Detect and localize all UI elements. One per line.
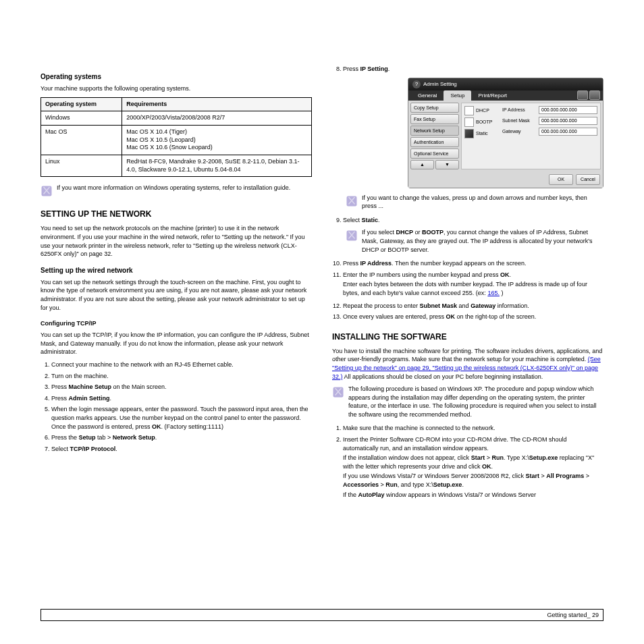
label-ip: IP Address — [502, 107, 536, 112]
step-11: Enter the IP numbers using the number ke… — [343, 271, 603, 298]
table-row: Linux RedHat 8-FC9, Mandrake 9.2-2008, S… — [41, 155, 312, 177]
table-row: Mac OS Mac OS X 10.4 (Tiger) Mac OS X 10… — [41, 125, 312, 155]
install-step-1: Make sure that the machine is connected … — [343, 424, 603, 433]
mode-static[interactable]: Static — [464, 129, 498, 138]
step-8: Press IP Setting. — [343, 65, 603, 74]
input-gw[interactable]: 000.000.000.000 — [539, 128, 597, 136]
step-13: Once every values are entered, press OK … — [343, 313, 603, 321]
th-os: Operating system — [41, 97, 122, 111]
install-heading: INSTALLING THE SOFTWARE — [332, 332, 603, 342]
tab-setup[interactable]: Setup — [444, 90, 471, 101]
note-icon — [346, 230, 358, 242]
sidebar-authentication[interactable]: Authentication — [410, 137, 459, 147]
arrow-up-icon[interactable]: ▲ — [410, 160, 434, 169]
sidebar-copy-setup[interactable]: Copy Setup — [410, 103, 459, 113]
steps-right-top: Press IP Setting. — [332, 65, 603, 74]
page-footer: Getting started_ 29 — [41, 609, 603, 621]
note-icon — [41, 185, 53, 197]
cancel-button[interactable]: Cancel — [576, 174, 600, 185]
left-column: Operating systems Your machine supports … — [41, 20, 312, 503]
sidebar-fax-setup[interactable]: Fax Setup — [410, 114, 459, 124]
wired-heading: Setting up the wired network — [41, 267, 312, 274]
step-1: Connect your machine to the network with… — [51, 360, 312, 369]
footer-text: Getting started_ 29 — [547, 612, 599, 618]
step-3: Press Machine Setup on the Main screen. — [51, 383, 312, 392]
dialog-title: Admin Setting — [423, 81, 457, 87]
sidebar-network-setup[interactable]: Network Setup — [410, 126, 459, 136]
arrow-down-icon[interactable]: ▼ — [435, 160, 459, 169]
os-intro: Your machine supports the following oper… — [41, 84, 312, 93]
note-2: If you want to change the values, press … — [346, 194, 603, 211]
ok-button[interactable]: OK — [549, 174, 573, 185]
step-9: Select Static. — [343, 216, 603, 225]
note-icon — [332, 386, 344, 398]
th-req: Requirements — [122, 97, 312, 111]
note-5: The following procedure is based on Wind… — [332, 385, 603, 419]
wired-intro: You can set up the network settings thro… — [41, 278, 312, 312]
mode-dhcp[interactable]: DHCP — [464, 106, 498, 115]
install-steps: Make sure that the machine is connected … — [332, 424, 603, 499]
input-mask[interactable]: 000.000.000.000 — [539, 117, 597, 125]
setup-network-heading: SETTING UP THE NETWORK — [41, 209, 312, 219]
step-12: Repeat the process to enter Subnet Mask … — [343, 302, 603, 311]
label-mask: Subnet Mask — [502, 118, 536, 123]
mode-bootp[interactable]: BOOTP — [464, 117, 498, 127]
setup-intro: You need to set up the network protocols… — [41, 224, 312, 258]
step-5: When the login message appears, enter th… — [51, 405, 312, 431]
dialog-tabs: General Setup Print/Report — [408, 90, 603, 101]
table-row: Windows 2000/XP/2003/Vista/2008/2008 R2/… — [41, 111, 312, 126]
step-6: Press the Setup tab > Network Setup. — [51, 433, 312, 442]
input-ip[interactable]: 000.000.000.000 — [539, 106, 597, 114]
help-icon[interactable]: ? — [412, 80, 421, 88]
note-icon — [346, 195, 358, 207]
dialog-sidebar: Copy Setup Fax Setup Network Setup Authe… — [408, 101, 461, 171]
note-1: If you want more information on Windows … — [41, 184, 312, 197]
os-table: Operating system Requirements Windows 20… — [41, 97, 312, 178]
dialog-main: DHCP BOOTP Static IP Address 000.000.000… — [461, 103, 601, 169]
toolbar-btn-2[interactable] — [589, 90, 600, 100]
dialog-titlebar: ? Admin Setting — [408, 78, 603, 90]
steps-left: Connect your machine to the network with… — [41, 360, 312, 453]
admin-setting-dialog: ? Admin Setting General Setup Print/Repo… — [408, 78, 603, 188]
sidebar-optional-service[interactable]: Optional Service — [410, 149, 459, 159]
ip-modes: DHCP BOOTP Static — [464, 106, 498, 166]
step-10: Press IP Address. Then the number keypad… — [343, 259, 603, 268]
note-3: If you select DHCP or BOOTP, you cannot … — [346, 228, 603, 254]
step-4: Press Admin Setting. — [51, 394, 312, 403]
step-7: Select TCP/IP Protocol. — [51, 445, 312, 454]
tcpip-heading: Configuring TCP/IP — [41, 320, 312, 327]
os-heading: Operating systems — [41, 73, 312, 80]
label-gw: Gateway — [502, 129, 536, 134]
link-example-ip[interactable]: 165. — [487, 290, 500, 296]
tab-general[interactable]: General — [411, 90, 444, 101]
toolbar-btn-1[interactable] — [577, 90, 588, 100]
install-step-2: Insert the Printer Software CD-ROM into … — [343, 435, 603, 499]
tab-print-report[interactable]: Print/Report — [471, 90, 514, 101]
steps-right-9: Select Static. — [332, 216, 603, 225]
steps-right-10: Press IP Address. Then the number keypad… — [332, 259, 603, 321]
right-column: Press IP Setting. ? Admin Setting Genera… — [332, 20, 603, 503]
tcpip-intro: You can set up the TCP/IP, if you know t… — [41, 331, 312, 356]
step-2: Turn on the machine. — [51, 372, 312, 381]
